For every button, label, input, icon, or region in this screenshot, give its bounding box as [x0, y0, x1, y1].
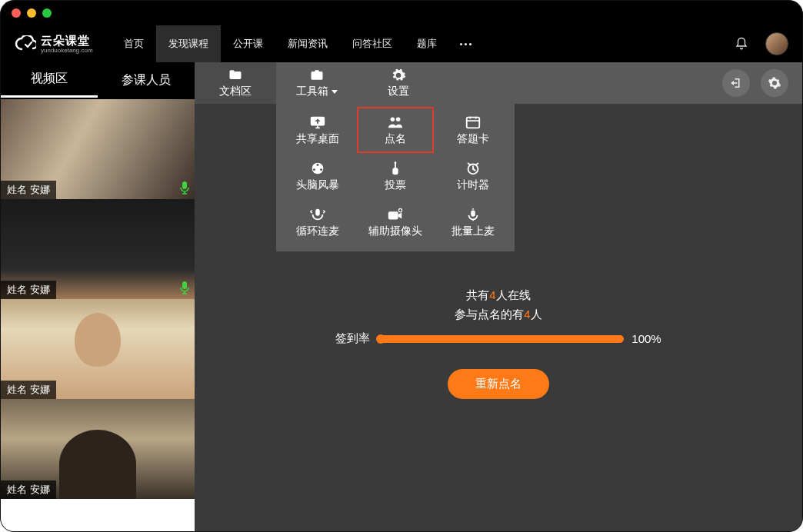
- tool-label: 头脑风暴: [296, 178, 339, 192]
- briefcase-icon: [309, 68, 325, 83]
- svg-point-5: [396, 117, 401, 121]
- toolbox-dropdown: 共享桌面 点名 答题卡 头脑风暴 投票: [276, 104, 515, 251]
- exit-button[interactable]: [722, 69, 750, 97]
- nav-bank[interactable]: 题库: [405, 25, 449, 62]
- video-thumb: [1, 499, 195, 531]
- progress-bar: [378, 335, 624, 343]
- video-tile-empty[interactable]: [1, 499, 195, 531]
- nav-more-icon[interactable]: [449, 43, 482, 45]
- nav-news[interactable]: 新闻资讯: [275, 25, 340, 62]
- tool-label: 计时器: [457, 178, 489, 192]
- main-area: 文档区 工具箱 设置: [195, 62, 802, 531]
- calendar-icon: [465, 115, 481, 130]
- tool-label: 循环连麦: [296, 224, 339, 238]
- participant-name: 安娜: [30, 184, 50, 195]
- window-zoom-dot[interactable]: [42, 8, 52, 18]
- tool-aux-camera[interactable]: 辅助摄像头: [357, 199, 435, 245]
- name-label: 姓名: [7, 284, 27, 295]
- tool-label: 共享桌面: [296, 132, 339, 146]
- avatar[interactable]: [765, 32, 788, 55]
- mic-on-icon: [179, 281, 190, 294]
- people-icon: [387, 115, 404, 130]
- settings-round-button[interactable]: [761, 69, 788, 97]
- tool-bulk-mic[interactable]: 批量上麦: [434, 199, 511, 245]
- bell-icon[interactable]: [735, 37, 748, 51]
- window-close-dot[interactable]: [12, 8, 21, 18]
- nav-right: [735, 32, 788, 55]
- alarm-icon: [465, 161, 481, 176]
- svg-rect-0: [182, 181, 187, 189]
- cloud-icon: [15, 35, 36, 52]
- rollcall-panel: 共有4人在线 参与点名的有4人 签到率 100% 重新点名: [335, 288, 661, 399]
- logo[interactable]: 云朵课堂 yunduoketang.com: [15, 34, 93, 54]
- video-tile[interactable]: 姓名 安娜: [1, 399, 195, 499]
- chevron-down-icon: [332, 90, 338, 94]
- rollcall-total-line: 共有4人在线: [466, 288, 530, 303]
- nav-home[interactable]: 首页: [112, 25, 156, 62]
- content: 视频区 参课人员 姓名 安娜 姓名: [1, 62, 802, 531]
- video-tile[interactable]: 姓名 安娜: [1, 99, 195, 199]
- mic-up-icon: [465, 207, 481, 222]
- tool-brainstorm[interactable]: 头脑风暴: [279, 153, 357, 199]
- text: 人: [531, 308, 542, 321]
- tab-video-area[interactable]: 视频区: [1, 62, 98, 98]
- tool-vote[interactable]: 投票: [357, 153, 435, 199]
- text: 参与点名的有: [455, 308, 524, 321]
- rollcall-rate-row: 签到率 100%: [335, 331, 661, 346]
- tool-loop-mic[interactable]: 循环连麦: [279, 199, 357, 245]
- rate-label: 签到率: [335, 331, 370, 346]
- top-nav: 云朵课堂 yunduoketang.com 首页 发现课程 公开课 新闻资讯 问…: [1, 25, 802, 62]
- name-label: 姓名: [7, 484, 27, 495]
- nav-qa[interactable]: 问答社区: [340, 25, 405, 62]
- tool-roll-call[interactable]: 点名: [357, 107, 435, 153]
- gear-icon: [391, 68, 406, 83]
- main-top-toolbar: 文档区 工具箱 设置: [195, 62, 802, 104]
- tool-answer-card[interactable]: 答题卡: [434, 107, 511, 153]
- name-tag: 姓名 安娜: [1, 480, 56, 499]
- re-rollcall-button[interactable]: 重新点名: [448, 369, 549, 399]
- tool-settings[interactable]: 设置: [358, 62, 439, 104]
- rollcall-participated-line: 参与点名的有4人: [455, 308, 541, 322]
- tool-label: 辅助摄像头: [368, 224, 422, 238]
- sidebar: 视频区 参课人员 姓名 安娜 姓名: [1, 62, 195, 531]
- monitor-share-icon: [309, 115, 326, 130]
- tool-toolbox-label: 工具箱: [296, 85, 328, 98]
- name-label: 姓名: [7, 384, 27, 395]
- mic-on-icon: [179, 181, 190, 195]
- svg-rect-14: [388, 211, 398, 219]
- loop-mic-icon: [309, 207, 326, 222]
- name-tag: 姓名 安娜: [1, 381, 56, 399]
- participant-name: 安娜: [30, 284, 50, 295]
- nav-discover[interactable]: 发现课程: [156, 25, 221, 62]
- camera-plus-icon: [387, 207, 404, 222]
- svg-point-4: [391, 117, 395, 121]
- tool-label: 批量上麦: [451, 224, 495, 238]
- video-list: 姓名 安娜 姓名 安娜: [1, 99, 195, 531]
- mac-titlebar: [1, 1, 802, 25]
- tool-label: 点名: [385, 132, 406, 146]
- svg-rect-1: [182, 281, 187, 289]
- text: 人在线: [496, 288, 531, 301]
- main-top-right: [722, 62, 802, 104]
- online-count: 4: [489, 288, 495, 301]
- nav-items: 首页 发现课程 公开课 新闻资讯 问答社区 题库: [112, 25, 482, 62]
- nav-open[interactable]: 公开课: [221, 25, 275, 62]
- tool-docs[interactable]: 文档区: [195, 62, 276, 104]
- tool-label: 投票: [385, 178, 406, 192]
- film-reel-icon: [309, 161, 326, 176]
- video-tile[interactable]: 姓名 安娜: [1, 299, 195, 399]
- logo-subtext: yunduoketang.com: [41, 47, 93, 54]
- video-tile[interactable]: 姓名 安娜: [1, 199, 195, 299]
- sidebar-tabs: 视频区 参课人员: [1, 62, 195, 99]
- tool-toolbox[interactable]: 工具箱: [276, 62, 358, 104]
- tab-participants[interactable]: 参课人员: [98, 62, 195, 98]
- svg-point-11: [395, 161, 397, 164]
- participant-name: 安娜: [30, 384, 50, 395]
- tool-label: 答题卡: [457, 132, 489, 146]
- tool-timer[interactable]: 计时器: [434, 153, 511, 199]
- window-minimize-dot[interactable]: [27, 8, 36, 18]
- tool-share-desktop[interactable]: 共享桌面: [279, 107, 357, 153]
- text: 共有: [466, 288, 489, 301]
- name-label: 姓名: [7, 184, 27, 195]
- svg-point-10: [320, 168, 322, 171]
